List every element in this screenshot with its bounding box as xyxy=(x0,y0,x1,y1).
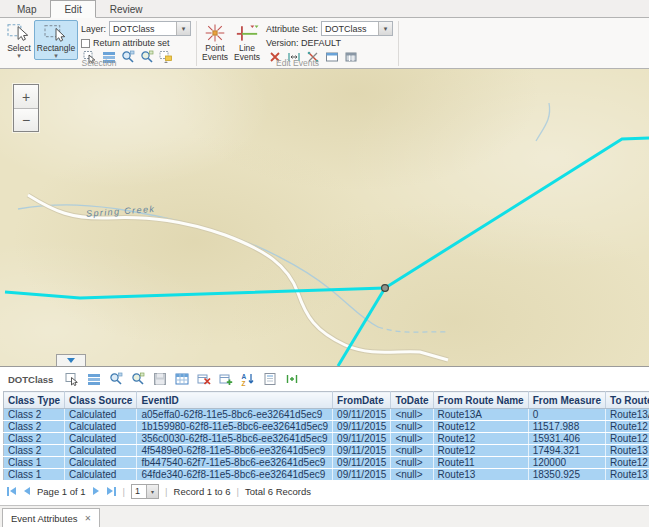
zoom-in-button[interactable]: + xyxy=(14,85,38,108)
pan-to-record-icon[interactable] xyxy=(131,372,145,386)
table-cell: <null> xyxy=(391,469,433,481)
close-tab-icon[interactable]: ✕ xyxy=(85,514,92,523)
first-page-button[interactable] xyxy=(6,486,17,497)
select-tool-button[interactable]: Select ▾ xyxy=(4,20,34,60)
attribute-set-dropdown[interactable]: DOTClass ▾ xyxy=(321,21,393,36)
tab-event-attributes[interactable]: Event Attributes ✕ xyxy=(2,508,100,527)
creek-line xyxy=(18,205,378,327)
event-attributes-panel: DOTClass AZ Class TypeClass SourceEventI… xyxy=(0,366,649,505)
table-cell: 09/11/2015 xyxy=(333,409,391,421)
column-header[interactable]: FromDate xyxy=(333,392,391,409)
table-row[interactable]: Class 2Calculateda05effa0-62f8-11e5-8bc6… xyxy=(4,409,649,421)
attribute-set-dropdown-value: DOTClass xyxy=(322,24,378,34)
append-record-icon[interactable] xyxy=(219,372,233,386)
event-editor-window: Map Edit Review Select ▾ Rectangle ▾ xyxy=(0,0,649,527)
save-edits-icon[interactable] xyxy=(153,372,167,386)
table-cell: Route12 xyxy=(433,445,528,457)
table-cell: a05effa0-62f8-11e5-8bc6-ee32641d5ec9 xyxy=(137,409,333,421)
collapse-arrow-icon xyxy=(67,358,75,363)
table-cell: Calculated xyxy=(65,445,137,457)
zoom-to-record-icon[interactable] xyxy=(109,372,123,386)
table-cell: 120000 xyxy=(528,457,605,469)
selection-group-label: Selection xyxy=(2,58,196,68)
merge-records-icon[interactable] xyxy=(285,372,299,386)
table-cell: <null> xyxy=(391,409,433,421)
layer-dropdown[interactable]: DOTClass ▾ xyxy=(109,21,191,36)
pagination-separator: | xyxy=(123,486,125,497)
table-row[interactable]: Class 1Calculatedfb447540-62f7-11e5-8bc6… xyxy=(4,457,649,469)
return-attribute-set-label: Return attribute set xyxy=(93,38,170,48)
table-cell: 15931.406 xyxy=(528,433,605,445)
show-selected-rows-icon[interactable] xyxy=(87,372,101,386)
edit-events-group: Point Events Line Events Attribute Set: … xyxy=(197,19,398,68)
zoom-out-button[interactable]: − xyxy=(14,108,38,131)
total-records-label: Total 6 Records xyxy=(245,486,311,497)
table-row[interactable]: Class 2Calculated4f5489e0-62f8-11e5-8bc6… xyxy=(4,445,649,457)
edit-events-group-label: Edit Events xyxy=(197,58,398,68)
previous-page-button[interactable] xyxy=(23,486,31,496)
table-cell: Calculated xyxy=(65,421,137,433)
table-cell: Calculated xyxy=(65,469,137,481)
tab-edit[interactable]: Edit xyxy=(50,0,95,18)
table-cell: 64fde340-62f8-11e5-8bc6-ee32641d5ec9 xyxy=(137,469,333,481)
attribute-table-head: Class TypeClass SourceEventIDFromDateToD… xyxy=(4,392,649,409)
panel-collapse-button[interactable] xyxy=(56,354,86,366)
next-page-button[interactable] xyxy=(92,486,100,496)
tab-map[interactable]: Map xyxy=(3,0,50,18)
creek-line-dashed xyxy=(378,327,448,332)
table-cell: Route12 xyxy=(606,421,649,433)
attribute-table-toolbar: DOTClass AZ xyxy=(0,367,649,391)
route-event-line-west xyxy=(5,288,385,298)
creek-line-upper xyxy=(536,103,550,141)
ribbon: Select ▾ Rectangle ▾ Layer: DOTClass ▾ xyxy=(0,18,649,69)
pagination-separator: | xyxy=(237,486,239,497)
select-record-icon[interactable] xyxy=(65,372,79,386)
attribute-set-dropdown-arrow-icon: ▾ xyxy=(378,22,392,35)
table-row[interactable]: Class 2Calculated1b159980-62f8-11e5-8bc6… xyxy=(4,421,649,433)
page-label: Page 1 of 1 xyxy=(37,486,86,497)
attribute-table-body: Class 2Calculateda05effa0-62f8-11e5-8bc6… xyxy=(4,409,649,481)
table-cell: 4f5489e0-62f8-11e5-8bc6-ee32641d5ec9 xyxy=(137,445,333,457)
table-cell: 09/11/2015 xyxy=(333,469,391,481)
table-cell: 09/11/2015 xyxy=(333,445,391,457)
tab-review[interactable]: Review xyxy=(96,0,157,18)
bottom-tab-bar: Event Attributes ✕ xyxy=(0,505,649,527)
sort-records-icon[interactable]: AZ xyxy=(241,372,255,386)
rectangle-tool-button[interactable]: Rectangle ▾ xyxy=(34,20,78,60)
table-cell: Class 1 xyxy=(4,457,65,469)
column-header[interactable]: Class Source xyxy=(65,392,137,409)
column-header[interactable]: ToDate xyxy=(391,392,433,409)
table-cell: Route13 xyxy=(433,469,528,481)
map-zoom-control: + − xyxy=(13,84,39,132)
route-event-line-northeast xyxy=(385,138,649,288)
last-page-button[interactable] xyxy=(106,486,117,497)
table-row[interactable]: Class 2Calculated356c0030-62f8-11e5-8bc6… xyxy=(4,433,649,445)
column-header[interactable]: From Measure xyxy=(528,392,605,409)
table-cell: Route12 xyxy=(606,433,649,445)
table-cell: 18350.925 xyxy=(528,469,605,481)
attribute-table: Class TypeClass SourceEventIDFromDateToD… xyxy=(3,391,649,481)
column-header[interactable]: From Route Name xyxy=(433,392,528,409)
show-attribute-form-icon[interactable] xyxy=(263,372,277,386)
column-header[interactable]: EventID xyxy=(137,392,333,409)
map-canvas[interactable]: Spring Creek + − xyxy=(0,69,649,366)
table-cell: 09/11/2015 xyxy=(333,433,391,445)
page-number-value: 1 xyxy=(132,486,146,496)
open-attribute-table-icon[interactable] xyxy=(175,372,189,386)
table-row[interactable]: Class 1Calculated64fde340-62f8-11e5-8bc6… xyxy=(4,469,649,481)
page-number-select[interactable]: 1 ▾ xyxy=(131,484,159,499)
selection-group: Select ▾ Rectangle ▾ Layer: DOTClass ▾ xyxy=(2,19,196,68)
attribute-set-label: Attribute Set: xyxy=(266,24,318,34)
table-cell: Route13 xyxy=(606,469,649,481)
column-header[interactable]: To Route Name xyxy=(606,392,649,409)
table-cell: <null> xyxy=(391,445,433,457)
table-cell: 11517.988 xyxy=(528,421,605,433)
road-casing xyxy=(28,195,448,360)
table-cell: Calculated xyxy=(65,433,137,445)
return-attribute-set-checkbox[interactable] xyxy=(81,39,90,48)
layer-label: Layer: xyxy=(81,24,106,34)
table-cell: 356c0030-62f8-11e5-8bc6-ee32641d5ec9 xyxy=(137,433,333,445)
delete-record-icon[interactable] xyxy=(197,372,211,386)
svg-text:A: A xyxy=(242,373,247,380)
column-header[interactable]: Class Type xyxy=(4,392,65,409)
